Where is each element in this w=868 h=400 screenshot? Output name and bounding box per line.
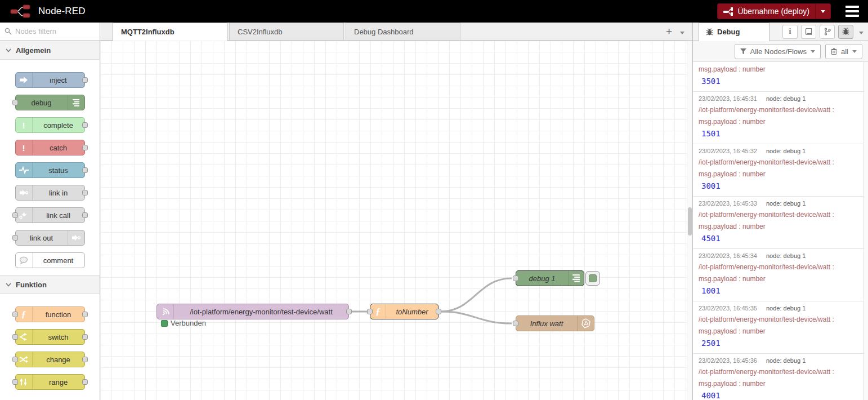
input-port[interactable] [12,379,18,385]
flow-node-debug1[interactable]: debug 1 [516,270,584,286]
book-icon [805,28,813,35]
node-palette: Allgemein inject debug [0,23,100,400]
palette-section-funktion[interactable]: Funktion [0,275,100,294]
debug-message: 23/02/2023, 16:45:32 node: debug 1 /iot-… [693,144,863,197]
debug-clear-button[interactable]: all [825,44,862,59]
palette-node-label: switch [33,330,84,344]
input-port[interactable] [12,100,18,105]
sidebar-tab-label: Debug [717,28,740,36]
tab-csv2influxdb[interactable]: CSV2Influxdb [229,23,344,40]
main-menu-icon[interactable] [843,3,861,19]
palette-search[interactable] [0,23,100,41]
flow-node-tonumber[interactable]: ƒ toNumber [370,304,439,319]
input-port[interactable] [12,212,18,218]
palette-node-complete[interactable]: ! complete [15,117,85,133]
debug-node-name: node: debug 1 [766,200,806,207]
info-tab-button[interactable]: i [782,25,798,39]
deploy-label: Übernahme (deploy) [737,7,809,16]
flow-node-label: toNumber [386,304,438,319]
debug-enable-toggle[interactable] [585,271,600,286]
palette-node-range[interactable]: range [15,374,85,390]
output-port[interactable] [82,334,88,340]
deploy-options-caret[interactable] [815,4,830,19]
input-port[interactable] [12,334,18,340]
palette-node-link-in[interactable]: link in [15,185,85,201]
palette-section-label: Funktion [16,281,47,289]
link-out-icon [68,230,84,245]
debug-filter-label: Alle Nodes/Flows [750,47,807,56]
palette-node-label: complete [33,118,84,132]
flow-node-mqtt-in[interactable]: /iot-platform/energy-monitor/test-device… [156,304,349,319]
input-port[interactable] [513,275,518,281]
input-port[interactable] [12,235,18,241]
sidebar-options-caret[interactable] [859,26,863,37]
help-tab-button[interactable] [801,25,816,39]
output-port[interactable] [82,122,88,128]
status-connected-dot [161,320,168,327]
flow-canvas[interactable]: /iot-platform/energy-monitor/test-device… [100,41,692,400]
debug-message: msg.payload : number 3501 [693,62,863,92]
palette-node-comment[interactable]: comment [15,252,85,268]
palette-search-input[interactable] [15,27,88,35]
output-port[interactable] [436,309,441,314]
git-branch-icon [824,28,831,35]
debug-timestamp: 23/02/2023, 16:45:35 [699,305,757,312]
palette-node-label: debug [16,95,68,110]
debug-filter-button[interactable]: Alle Nodes/Flows [735,44,821,59]
debug-node-name: node: debug 1 [766,357,806,364]
mqtt-signal-icon [157,304,174,319]
wires[interactable] [100,41,692,400]
output-port[interactable] [82,190,88,195]
palette-node-inject[interactable]: inject [15,72,85,88]
tab-label: Debug Dashboard [354,28,414,36]
input-port[interactable] [12,312,18,317]
palette-node-catch[interactable]: ! catch [15,140,85,155]
input-port[interactable] [367,309,373,314]
debug-payload-type: msg.payload : number [699,118,858,126]
tab-mqtt2influxdb[interactable]: MQTT2Influxdb [113,23,227,41]
influxdb-icon [577,316,594,331]
app-header: Node-RED Übernahme (deploy) [0,0,868,23]
debug-payload-type: msg.payload : number [699,380,858,388]
deploy-button[interactable]: Übernahme (deploy) [717,3,831,19]
palette-node-status[interactable]: status [15,162,85,178]
palette-node-link-out[interactable]: link out [15,230,85,246]
palette-node-change[interactable]: change [15,352,85,367]
tab-debug-sidebar[interactable]: Debug [699,23,769,41]
debug-message: 23/02/2023, 16:45:35 node: debug 1 /iot-… [693,301,863,354]
output-port[interactable] [346,309,352,314]
context-tab-button[interactable] [820,25,835,39]
palette-node-debug[interactable]: debug [15,95,85,110]
tab-debug-dashboard[interactable]: Debug Dashboard [346,23,460,40]
palette-section-allgemein[interactable]: Allgemein [0,41,100,60]
output-port[interactable] [82,77,88,83]
flow-node-label: Influx watt [516,316,577,331]
output-port[interactable] [82,212,88,218]
canvas-scrollbar[interactable] [687,41,692,400]
flow-node-influx-watt[interactable]: Influx watt [516,315,594,331]
input-port[interactable] [12,357,18,362]
output-port[interactable] [82,167,88,173]
debug-topic: /iot-platform/energy-monitor/test-device… [699,211,858,219]
output-port[interactable] [82,312,88,317]
debug-node-name: node: debug 1 [766,305,806,312]
canvas-scrollbar-thumb[interactable] [688,207,692,235]
flow-list-caret[interactable] [680,26,684,37]
add-flow-button[interactable]: + [666,26,672,37]
output-port[interactable] [82,357,88,362]
debug-payload-type: msg.payload : number [699,65,858,73]
output-port[interactable] [82,145,88,150]
palette-node-function[interactable]: ƒ function [15,306,85,322]
deploy-icon [723,7,733,16]
palette-node-label: range [33,375,84,389]
debug-payload-type: msg.payload : number [699,275,858,283]
debug-scrollbar[interactable] [863,62,868,400]
palette-node-label: inject [33,73,84,87]
palette-node-switch[interactable]: switch [15,329,85,345]
input-port[interactable] [513,321,518,326]
debug-tab-button[interactable] [838,25,853,39]
debug-filter-row: Alle Nodes/Flows all [693,41,868,62]
debug-timestamp: 23/02/2023, 16:45:34 [699,252,757,259]
output-port[interactable] [82,379,88,385]
palette-node-link-call[interactable]: link call [15,207,85,223]
